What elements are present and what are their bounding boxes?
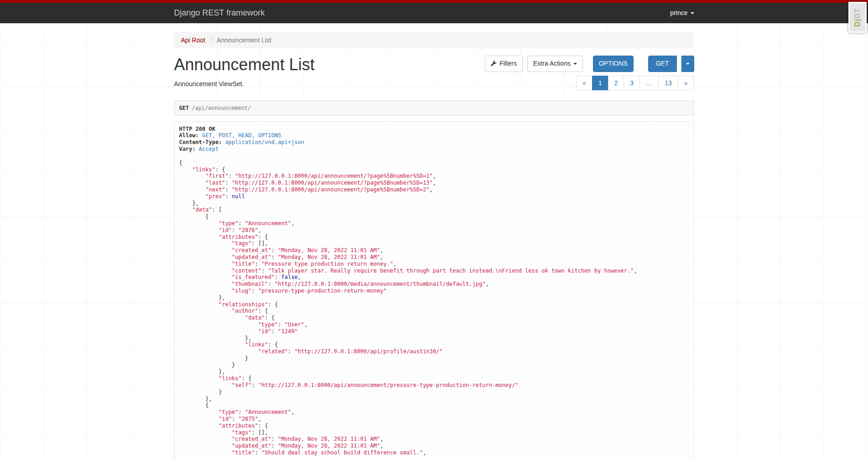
- page-link-2[interactable]: 2: [608, 76, 624, 90]
- page-title: Announcement List: [174, 56, 315, 74]
- page-link-13[interactable]: 13: [658, 76, 678, 90]
- request-path: /api/announcement/: [192, 105, 251, 111]
- page-link-…: …: [639, 76, 659, 90]
- page-link-1[interactable]: 1: [592, 76, 608, 90]
- toolbar: Filters Extra Actions OPTIONS GET: [485, 56, 694, 72]
- wrench-icon: [491, 61, 497, 67]
- pagination: «123…13»: [576, 76, 694, 90]
- response-body: { "links": { "first": "http://127.0.0.1:…: [179, 160, 689, 456]
- request-method: GET: [179, 105, 189, 111]
- breadcrumb-current: Announcement List: [217, 36, 271, 44]
- navbar: Django REST framework prince: [0, 3, 868, 23]
- filters-label: Filters: [499, 59, 517, 68]
- page-link-«: «: [576, 76, 593, 90]
- caret-down-icon: [691, 12, 694, 14]
- page-link-»[interactable]: »: [678, 76, 694, 90]
- response-status: HTTP 200 OK: [179, 126, 689, 133]
- breadcrumb-separator: /: [210, 36, 212, 44]
- djdt-label: DjDT: [853, 8, 862, 26]
- caret-down-icon: [686, 63, 690, 65]
- response-header-line: Vary: Accept: [179, 146, 689, 153]
- extra-actions-button[interactable]: Extra Actions: [527, 56, 583, 72]
- options-button[interactable]: OPTIONS: [593, 56, 634, 72]
- breadcrumb-api-root-link[interactable]: Api Root: [181, 36, 206, 44]
- caret-down-icon: [573, 63, 577, 65]
- get-button[interactable]: GET: [648, 56, 677, 72]
- request-line: GET/api/announcement/: [174, 100, 694, 116]
- response-header-line: Content-Type: application/vnd.api+json: [179, 139, 689, 146]
- username-label: prince: [670, 9, 687, 16]
- response-headers: Allow: GET, POST, HEAD, OPTIONSContent-T…: [179, 132, 689, 152]
- response-panel: HTTP 200 OK Allow: GET, POST, HEAD, OPTI…: [174, 121, 694, 459]
- response-header-line: Allow: GET, POST, HEAD, OPTIONS: [179, 132, 689, 139]
- navbar-brand[interactable]: Django REST framework: [174, 3, 265, 23]
- get-dropdown-toggle[interactable]: [681, 56, 694, 72]
- get-button-group: GET: [648, 56, 694, 72]
- user-dropdown[interactable]: prince: [670, 3, 694, 23]
- page-link-3[interactable]: 3: [624, 76, 640, 90]
- view-description: Announcement ViewSet.: [174, 80, 244, 88]
- debug-toolbar-handle[interactable]: DjDT: [848, 2, 867, 33]
- breadcrumb: Api Root / Announcement List: [174, 32, 694, 48]
- extra-actions-label: Extra Actions: [533, 59, 571, 68]
- filters-button[interactable]: Filters: [485, 56, 523, 72]
